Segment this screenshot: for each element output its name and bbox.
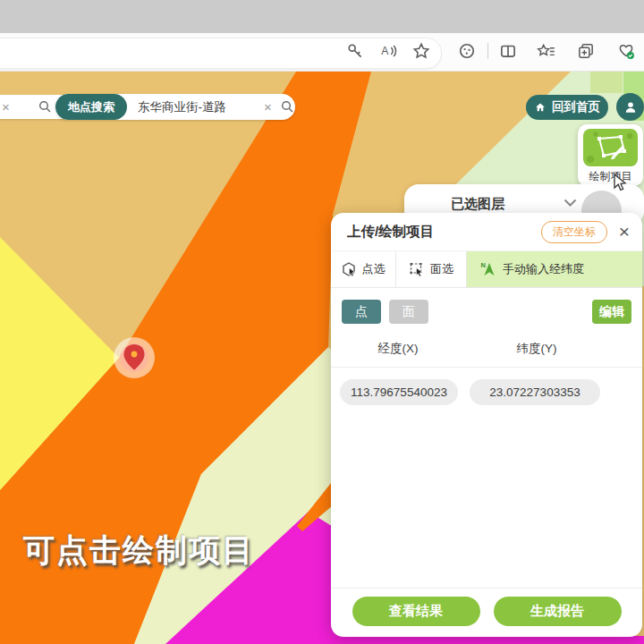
panel-body: 点 面 编辑 经度(X) 纬度(Y) 113.79675540023 23.07… [331, 288, 642, 588]
compass-north-icon: N [479, 260, 497, 278]
panel-close-icon[interactable]: × [619, 223, 630, 241]
tab-label: 面选 [430, 261, 453, 277]
panel-header: 上传/绘制项目 清空坐标 × [331, 213, 642, 250]
panel-title: 上传/绘制项目 [347, 223, 434, 242]
search-icon[interactable] [280, 99, 295, 114]
split-screen-icon[interactable] [498, 41, 518, 61]
browser-essentials-icon[interactable] [616, 41, 636, 61]
tutorial-caption: 可点击绘制项目 [23, 530, 255, 572]
search-input[interactable]: 东华商业街-道路 [138, 94, 226, 120]
edit-button[interactable]: 编辑 [592, 300, 631, 324]
clear-search-icon[interactable]: × [264, 95, 272, 119]
tab-label: 点选 [362, 261, 386, 277]
copy-tab-icon[interactable] [576, 41, 596, 61]
key-icon[interactable] [345, 41, 365, 61]
geometry-mode-row: 点 面 编辑 [331, 288, 642, 333]
view-results-button[interactable]: 查看结果 [352, 597, 480, 626]
longitude-column-header: 经度(X) [331, 341, 465, 357]
toolbar-separator [487, 43, 488, 59]
svg-text:A: A [381, 45, 389, 57]
upload-draw-panel: 上传/绘制项目 清空坐标 × 点选 面选 [331, 213, 642, 637]
svg-text:N: N [481, 261, 486, 269]
close-icon[interactable]: × [2, 95, 10, 119]
back-to-home-label: 回到首页 [552, 99, 600, 115]
latitude-column-header: 纬度(Y) [465, 341, 608, 357]
panel-tabs: 点选 面选 N 手动输入经纬度 [331, 250, 642, 288]
collections-icon[interactable] [537, 41, 556, 61]
user-avatar-button[interactable] [616, 93, 644, 121]
mouse-cursor [611, 173, 630, 193]
map-marker[interactable] [114, 337, 155, 378]
area-pick-icon [409, 261, 425, 277]
latitude-input[interactable]: 23.07227303353 [470, 379, 600, 405]
read-aloud-icon[interactable]: A [378, 41, 398, 61]
person-icon [623, 99, 639, 115]
map-region-magenta-strip [322, 636, 644, 644]
clear-coordinates-button[interactable]: 清空坐标 [541, 221, 607, 243]
tab-area-select[interactable]: 面选 [396, 251, 467, 287]
chevron-down-icon[interactable] [564, 199, 577, 208]
draw-polygon-icon [583, 129, 638, 166]
tab-manual-coordinates[interactable]: N 手动输入经纬度 [467, 251, 642, 287]
place-search-bar[interactable]: 地点搜索 东华商业街-道路 × [55, 94, 295, 120]
favorites-star-icon[interactable] [411, 41, 431, 61]
coordinate-table-header: 经度(X) 纬度(Y) [331, 333, 642, 368]
place-search-label[interactable]: 地点搜索 [55, 94, 127, 120]
panel-empty-space [331, 417, 642, 588]
window-titlebar[interactable] [0, 0, 644, 33]
longitude-input[interactable]: 113.79675540023 [340, 379, 458, 405]
map-region-green-block [590, 72, 623, 93]
area-mode-button[interactable]: 面 [389, 300, 428, 324]
search-icon[interactable] [38, 99, 53, 114]
coordinate-row: 113.79675540023 23.07227303353 [331, 368, 642, 417]
back-to-home-button[interactable]: 回到首页 [526, 95, 608, 120]
panel-footer: 查看结果 生成报告 [331, 588, 642, 637]
tab-label: 手动输入经纬度 [503, 261, 584, 277]
generate-report-button[interactable]: 生成报告 [494, 597, 622, 626]
point-mode-button[interactable]: 点 [342, 300, 381, 324]
tab-point-select[interactable]: 点选 [331, 251, 396, 287]
address-bar[interactable] [0, 38, 442, 69]
selected-layers-title: 已选图层 [451, 196, 504, 213]
app-window: A × 地点搜索 东华商业街-道路 × [0, 0, 644, 644]
hexagon-pick-icon [342, 261, 357, 277]
extensions-icon[interactable] [457, 41, 477, 61]
home-icon [534, 101, 547, 114]
